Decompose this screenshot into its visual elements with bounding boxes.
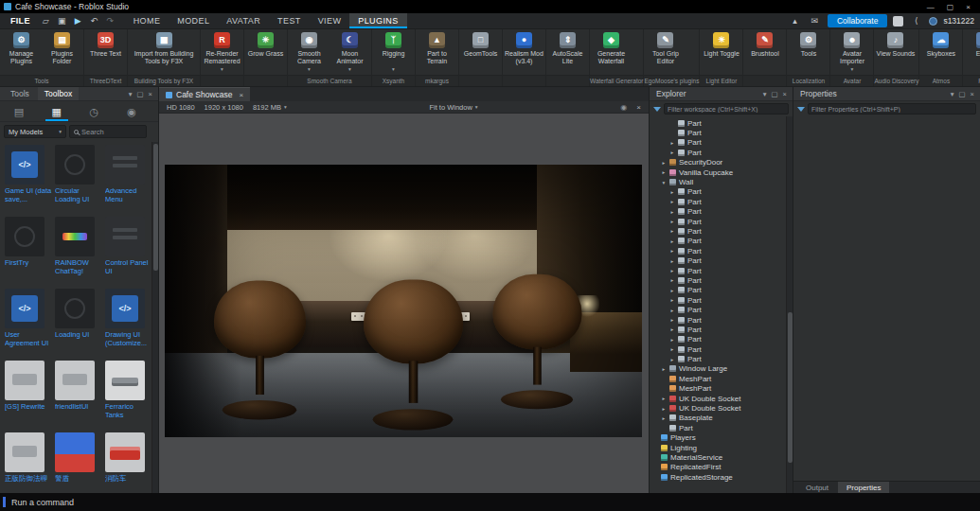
panel-close-icon[interactable]: × [971, 90, 974, 98]
fit-to-window-dropdown[interactable]: Fit to Window ▾ [429, 103, 477, 112]
expand-arrow-icon[interactable]: ▸ [669, 238, 675, 244]
explorer-item-securitydoor[interactable]: ▸SecurityDoor [650, 158, 785, 167]
toolbox-item[interactable]: Loading UI [55, 289, 102, 359]
tab-properties[interactable]: Properties [838, 482, 889, 493]
explorer-item-players[interactable]: Players [650, 433, 785, 443]
panel-menu-icon[interactable]: ▾ [129, 90, 133, 98]
ribbon-button-realism-mod-v3-4[interactable]: ●Realism Mod (v3.4) [504, 32, 544, 65]
ribbon-button-tool-grip-editor[interactable]: ✎Tool Grip Editor [645, 32, 686, 65]
expand-arrow-icon[interactable]: ▸ [669, 248, 675, 254]
expand-arrow-icon[interactable]: ▸ [669, 150, 675, 155]
explorer-item-part[interactable]: ▸Part [650, 335, 785, 344]
menu-tab-plugins[interactable]: PLUGINS [349, 13, 406, 28]
ribbon-button-light-toggle[interactable]: ☀Light Toggle [701, 32, 741, 65]
explorer-item-uk-double-socket[interactable]: ▸UK Double Socket [650, 403, 785, 413]
toolbox-item[interactable]: Control Panel UI [105, 217, 152, 287]
ribbon-button-import-from-building-tools-by-f3x[interactable]: ▦Import from Building Tools by F3X [129, 32, 199, 65]
panel-float-icon[interactable]: ▢ [772, 90, 778, 98]
panel-tab-toolbox[interactable]: Toolbox [38, 87, 79, 100]
search-box[interactable] [69, 125, 147, 138]
menu-tab-view[interactable]: VIEW [310, 13, 350, 28]
panel-close-icon[interactable]: × [149, 90, 152, 98]
redo-icon[interactable]: ↷ [103, 14, 117, 28]
expand-arrow-icon[interactable]: ▸ [669, 337, 675, 343]
expand-arrow-icon[interactable]: ▸ [669, 326, 675, 332]
expand-arrow-icon[interactable]: ▸ [661, 169, 667, 175]
command-bar-input[interactable] [11, 498, 295, 507]
panel-float-icon[interactable]: ▢ [137, 90, 144, 98]
infobar-close-icon[interactable]: × [636, 103, 641, 112]
ribbon-button-rigging[interactable]: ᛉRigging▾ [373, 32, 414, 73]
expand-arrow-icon[interactable]: ▸ [669, 140, 675, 146]
panel-menu-icon[interactable]: ▾ [763, 90, 767, 98]
explorer-item-meshpart[interactable]: MeshPart [650, 374, 785, 383]
menu-tab-model[interactable]: MODEL [169, 13, 218, 28]
avatar-thumbnail[interactable] [893, 16, 903, 26]
expand-arrow-icon[interactable]: ▸ [661, 406, 667, 412]
explorer-item-part[interactable]: ▸Part [650, 295, 785, 305]
toolbox-tab-marketplace-icon[interactable]: ▤ [8, 102, 30, 121]
explorer-item-part[interactable]: ▸Part [650, 187, 785, 197]
viewport-canvas[interactable] [159, 114, 649, 493]
toolbox-item[interactable]: Game UI (data save,... [5, 145, 52, 215]
panel-close-icon[interactable]: × [783, 90, 787, 98]
explorer-item-part[interactable]: ▸Part [650, 354, 785, 363]
explorer-item-window-large[interactable]: ▸Window Large [650, 364, 785, 374]
tab-close-icon[interactable]: × [240, 91, 244, 99]
explorer-item-replicatedstorage[interactable]: ReplicatedStorage [650, 472, 785, 482]
toolbox-item[interactable]: friendlistUI [55, 361, 102, 431]
toolbox-item[interactable]: 消防车 [105, 432, 152, 493]
record-icon[interactable]: ◉ [620, 103, 627, 112]
explorer-item-uk-double-socket[interactable]: ▸UK Double Socket [650, 394, 785, 403]
ribbon-button-plugins-folder[interactable]: ▤Plugins Folder [42, 32, 82, 65]
ribbon-button-grow-grass[interactable]: ✳Grow Grass [245, 32, 286, 65]
ribbon-button-part-to-terrain[interactable]: ▲Part to Terrain [417, 32, 457, 65]
explorer-item-part[interactable]: ▸Part [650, 325, 785, 334]
search-input[interactable] [81, 128, 142, 136]
explorer-item-lighting[interactable]: Lighting [650, 443, 785, 452]
expand-arrow-icon[interactable]: ▸ [669, 317, 675, 323]
ribbon-button-view-sounds[interactable]: ♪View Sounds [875, 32, 916, 65]
expand-arrow-icon[interactable]: ▸ [669, 268, 675, 273]
explorer-item-part[interactable]: ▸Part [650, 237, 785, 246]
explorer-item-meshpart[interactable]: MeshPart [650, 384, 785, 394]
explorer-item-replicatedfirst[interactable]: ReplicatedFirst [650, 463, 785, 472]
toolbox-item[interactable]: RAINBOW ChatTag! [55, 217, 102, 287]
toolbox-item[interactable]: Ferrarico Tanks [105, 361, 152, 431]
toolbox-item[interactable]: User Agreement UI [5, 289, 52, 359]
explorer-item-part[interactable]: ▸Part [650, 344, 785, 354]
ribbon-button-re-render-remastered[interactable]: RRe-Render Remastered▾ [202, 32, 242, 73]
menu-tab-test[interactable]: TEST [269, 13, 310, 28]
ribbon-button-avatar-importer[interactable]: ☻Avatar Importer▾ [831, 32, 872, 73]
ribbon-button-smooth-camera[interactable]: ◉Smooth Camera▾ [289, 32, 330, 73]
minimize-icon[interactable]: — [927, 3, 935, 11]
explorer-scrollbar[interactable] [786, 116, 793, 493]
toolbox-item[interactable]: Drawing UI (Customize... [105, 289, 152, 359]
bar-stool[interactable] [208, 280, 311, 419]
menu-tab-avatar[interactable]: AVATAR [218, 13, 269, 28]
username[interactable]: s131222 [943, 16, 974, 26]
toolbox-item[interactable]: 正版防御法聊 [5, 432, 52, 493]
ribbon-button-three-text[interactable]: 3DThree Text [85, 32, 126, 65]
expand-arrow-icon[interactable]: ▸ [669, 346, 675, 352]
explorer-item-wall[interactable]: ▾Wall [650, 177, 785, 186]
toolbox-tab-creations-icon[interactable]: ◉ [120, 102, 143, 121]
explorer-item-baseplate[interactable]: ▸Baseplate [650, 414, 785, 423]
toolbox-item[interactable]: Circular Loading UI [55, 145, 102, 215]
expand-arrow-icon[interactable]: ▸ [669, 297, 675, 303]
play-icon[interactable]: ▶ [71, 14, 85, 28]
explorer-item-part[interactable]: ▸Part [650, 217, 785, 226]
explorer-item-part[interactable]: ▸Part [650, 246, 785, 256]
ribbon-button-moon-animator[interactable]: ☾Moon Animator▾ [330, 32, 370, 73]
explorer-item-part[interactable]: ▸Part [650, 138, 785, 148]
expand-arrow-icon[interactable]: ▸ [669, 277, 675, 283]
properties-filter-input[interactable] [808, 103, 976, 115]
toolbox-scrollbar[interactable] [151, 142, 158, 493]
expand-arrow-icon[interactable]: ▸ [669, 258, 675, 264]
scrollbar-thumb[interactable] [153, 144, 158, 271]
expand-arrow-icon[interactable]: ▸ [669, 189, 675, 195]
save-icon[interactable]: ▣ [55, 14, 69, 28]
ribbon-button-autoscale-lite[interactable]: ⇕AutoScale Lite [547, 32, 588, 65]
file-menu-button[interactable]: FILE [2, 15, 39, 26]
undo-icon[interactable]: ↶ [87, 14, 101, 28]
